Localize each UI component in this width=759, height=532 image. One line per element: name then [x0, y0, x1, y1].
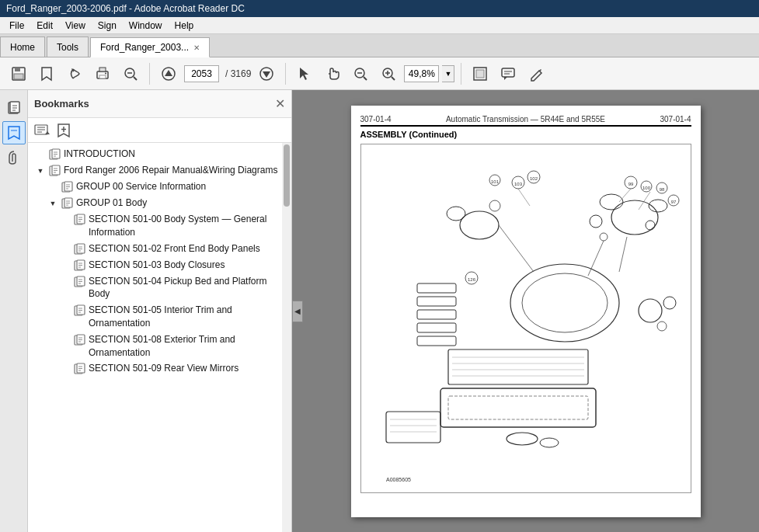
bookmarks-scrollbar[interactable]: [282, 143, 291, 532]
svg-point-101: [600, 194, 623, 210]
toggle-group-01[interactable]: ▼: [47, 197, 59, 210]
svg-rect-117: [440, 388, 596, 427]
collapse-panel-button[interactable]: ◀: [292, 301, 303, 322]
menu-window[interactable]: Window: [123, 19, 169, 33]
menu-view[interactable]: View: [59, 19, 92, 33]
bm-icon-s501-04: [74, 276, 86, 288]
zoom-out-small-button[interactable]: [118, 61, 143, 86]
pages-icon: [7, 101, 21, 115]
svg-rect-113: [417, 297, 456, 306]
bm-icon-s501-05: [74, 304, 86, 317]
back-nav-button[interactable]: [62, 61, 87, 86]
svg-rect-118: [448, 396, 588, 419]
tab-document-label: Ford_Ranger_2003...: [100, 42, 189, 53]
bookmarks-header: Bookmarks ✕: [28, 90, 291, 118]
svg-rect-44: [52, 149, 60, 158]
svg-line-10: [134, 77, 137, 80]
svg-point-125: [639, 299, 662, 322]
nav-bookmarks-button[interactable]: [2, 121, 26, 144]
svg-rect-49: [52, 165, 60, 175]
bookmark-section-501-05[interactable]: ▶ SECTION 501-05 Interior Trim and Ornam…: [28, 302, 291, 332]
bookmark-section-501-08[interactable]: ▶ SECTION 501-08 Exterior Trim and Ornam…: [28, 332, 291, 361]
svg-rect-31: [10, 102, 19, 113]
svg-text:103: 103: [514, 182, 522, 186]
prev-page-button[interactable]: [156, 61, 181, 86]
select-tool-button[interactable]: [292, 61, 317, 86]
nav-attachments-button[interactable]: [2, 146, 26, 169]
bookmarks-body[interactable]: ▶ INTRODUCTION ▼ Ford Ranger 2006 Repair…: [28, 143, 291, 532]
toolbar-sep-2: [285, 63, 286, 85]
bm-icon-s501-03: [74, 259, 86, 272]
pdf-header-left: 307-01-4: [360, 115, 392, 123]
bookmarks-scroll-thumb[interactable]: [284, 144, 290, 207]
menu-file[interactable]: File: [3, 19, 30, 33]
tab-close-button[interactable]: ✕: [193, 43, 200, 52]
hand-tool-button[interactable]: [320, 61, 345, 86]
prev-page-icon: [161, 66, 176, 82]
toggle-ford-ranger[interactable]: ▼: [34, 165, 47, 177]
save-button[interactable]: [6, 61, 31, 86]
bookmark-section-501-00-label: SECTION 501-00 Body System — General Inf…: [89, 213, 288, 239]
bookmark-section-501-09[interactable]: ▶ SECTION 501-09 Rear View Mirrors: [28, 360, 291, 377]
edit-icon: [528, 66, 544, 82]
tab-document[interactable]: Ford_Ranger_2003... ✕: [90, 37, 210, 57]
svg-point-127: [657, 322, 667, 331]
bookmark-section-501-04[interactable]: ▶ SECTION 501-04 Pickup Bed and Platform…: [28, 273, 291, 303]
svg-point-104: [646, 221, 655, 230]
pdf-header-right: 307-01-4: [660, 115, 691, 123]
toolbar-sep-3: [461, 63, 461, 85]
svg-point-106: [460, 211, 499, 239]
comments-button[interactable]: [496, 61, 521, 86]
bookmark-group-01[interactable]: ▼ GROUP 01 Body: [28, 195, 291, 211]
bookmark-introduction[interactable]: ▶ INTRODUCTION: [28, 146, 291, 162]
tab-tools[interactable]: Tools: [47, 37, 89, 57]
tab-tools-label: Tools: [57, 42, 78, 53]
print-button[interactable]: [90, 61, 115, 86]
bookmark-section-501-05-label: SECTION 501-05 Interior Trim and Ornamen…: [89, 304, 288, 330]
bookmarks-options-button[interactable]: [33, 121, 51, 140]
hand-tool-icon: [325, 66, 340, 82]
nav-pages-button[interactable]: [2, 96, 26, 120]
menu-edit[interactable]: Edit: [30, 19, 59, 33]
comments-icon: [500, 66, 516, 82]
menu-help[interactable]: Help: [169, 19, 200, 33]
svg-line-19: [364, 77, 367, 80]
bookmark-section-501-03[interactable]: ▶ SECTION 501-03 Body Closures: [28, 257, 291, 273]
bookmark-introduction-label: INTRODUCTION: [64, 148, 288, 161]
toolbar: 2053 / 3169 / 3169 ▼: [0, 57, 759, 90]
svg-rect-79: [77, 276, 85, 286]
zoom-dropdown-button[interactable]: ▼: [442, 65, 454, 82]
svg-point-105: [600, 233, 608, 241]
fit-button[interactable]: [468, 61, 493, 86]
bookmarks-close-button[interactable]: ✕: [275, 98, 285, 110]
bookmark-group-00[interactable]: ▶ GROUP 00 Service Information: [28, 179, 291, 195]
back-nav-icon: [67, 66, 82, 82]
svg-rect-74: [77, 260, 85, 269]
zoom-level-input[interactable]: [404, 65, 439, 82]
edit-button[interactable]: [524, 61, 548, 86]
bookmark-button[interactable]: [34, 61, 59, 86]
svg-text:A0085605: A0085605: [386, 477, 411, 482]
menu-sign[interactable]: Sign: [92, 19, 123, 33]
next-page-button[interactable]: [254, 61, 279, 86]
new-bookmark-button[interactable]: [54, 121, 73, 140]
tab-home[interactable]: Home: [0, 37, 45, 57]
svg-rect-89: [77, 335, 85, 344]
svg-rect-112: [417, 283, 456, 293]
svg-line-150: [518, 189, 530, 206]
bookmarks-toolbar: [28, 118, 291, 143]
bookmark-section-501-09-label: SECTION 501-09 Rear View Mirrors: [89, 362, 288, 375]
bookmark-section-501-02[interactable]: ▶ SECTION 501-02 Front End Body Panels: [28, 241, 291, 257]
bookmark-ford-ranger[interactable]: ▼ Ford Ranger 2006 Repair Manual&Wiring …: [28, 162, 291, 179]
bookmark-section-501-00[interactable]: ▶ SECTION 501-00 Body System — General I…: [28, 211, 291, 241]
bookmarks-options-icon: [34, 124, 50, 137]
bookmark-section-501-02-label: SECTION 501-02 Front End Body Panels: [89, 242, 288, 256]
bookmark-section-501-04-label: SECTION 501-04 Pickup Bed and Platform B…: [89, 275, 288, 301]
page-number-input[interactable]: 2053 / 3169: [184, 65, 219, 82]
zoom-out-button[interactable]: [348, 61, 373, 86]
zoom-in-button[interactable]: [376, 61, 401, 86]
bookmark-group-00-label: GROUP 00 Service Information: [76, 180, 288, 193]
svg-rect-69: [77, 244, 85, 253]
svg-rect-115: [417, 323, 456, 332]
svg-rect-6: [99, 75, 106, 78]
